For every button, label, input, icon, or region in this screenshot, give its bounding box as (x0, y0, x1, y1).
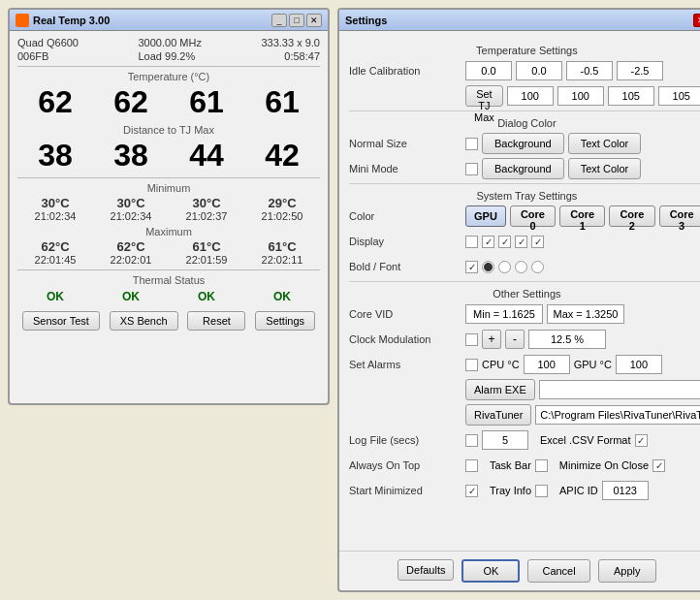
tj-input-1[interactable] (557, 86, 604, 106)
tj-input-0[interactable] (507, 86, 554, 106)
idle-input-2[interactable] (566, 61, 613, 80)
set-alarms-label: Set Alarms (349, 359, 465, 370)
core-vid-max-input[interactable] (547, 304, 624, 324)
normal-text-btn[interactable]: Text Color (568, 133, 642, 154)
sensor-test-button[interactable]: Sensor Test (22, 311, 100, 331)
always-top-checkbox[interactable] (465, 459, 478, 472)
dist-3: 42 (248, 138, 316, 174)
xs-bench-button[interactable]: XS Bench (110, 311, 178, 331)
tj-input-3[interactable] (658, 86, 700, 106)
system-tray-header: System Tray Settings (349, 190, 700, 202)
settings-titlebar: Settings ✕ (339, 10, 700, 31)
rivatuner-path[interactable] (535, 405, 700, 425)
clock-mod-row: Clock Modulation + - (349, 329, 700, 350)
reset-button[interactable]: Reset (187, 311, 245, 331)
set-alarms-checkbox[interactable] (465, 359, 478, 371)
start-min-row: Start Minimized Tray Info APIC ID (349, 480, 700, 501)
excel-checkbox[interactable] (635, 434, 648, 447)
display-label: Display (349, 236, 465, 247)
mini-mode-checkbox[interactable] (465, 163, 478, 175)
core-vid-label: Core VID (349, 308, 465, 320)
temperatures: 62 62 61 61 (17, 84, 320, 120)
left-content: Quad Q6600 3000.00 MHz 333.33 x 9.0 006F… (10, 31, 328, 336)
max-cell-1: 62°C 22:02:01 (95, 239, 168, 266)
min-val-3: 29°C (246, 196, 319, 210)
display-checkbox-0[interactable] (482, 236, 494, 248)
radio-bold-0[interactable] (482, 261, 494, 273)
distances: 38 38 44 42 (17, 138, 320, 174)
core-vid-min-input[interactable] (465, 304, 543, 324)
set-alarms-row: Set Alarms CPU °C GPU °C (349, 354, 700, 375)
cpu-label: Quad Q6600 (17, 37, 79, 48)
clock-plus-btn[interactable]: + (482, 330, 501, 349)
apic-input[interactable] (602, 481, 649, 500)
alarm-exe-path[interactable] (539, 380, 700, 399)
core-0-btn[interactable]: Core 0 (510, 205, 556, 227)
close-btn[interactable]: ✕ (306, 14, 322, 27)
gpu-btn[interactable]: GPU (465, 205, 506, 227)
settings-panel: Settings ✕ Temperature Settings Idle Cal… (337, 8, 700, 592)
maximize-btn[interactable]: □ (289, 14, 304, 27)
clock-minus-btn[interactable]: - (505, 330, 525, 349)
cancel-btn[interactable]: Cancel (527, 559, 589, 583)
minimize-btn[interactable]: _ (271, 14, 287, 27)
taskbar-checkbox[interactable] (535, 459, 548, 472)
idle-input-1[interactable] (516, 61, 562, 80)
cpu-alarm-input[interactable] (524, 355, 570, 374)
log-val-input[interactable] (482, 430, 528, 450)
settings-button[interactable]: Settings (255, 311, 315, 331)
display-checkbox-1[interactable] (498, 236, 511, 248)
tj-input-2[interactable] (608, 86, 654, 106)
load-label: Load 99.2% (139, 50, 196, 62)
idle-input-3[interactable] (617, 61, 663, 80)
normal-bg-btn[interactable]: Background (482, 133, 564, 154)
min-cell-1: 30°C 21:02:34 (95, 196, 168, 222)
tj-content: Set TJ Max (465, 85, 700, 107)
always-top-content: Task Bar Minimize On Close (465, 459, 700, 472)
rivatuner-btn[interactable]: RivaTuner (465, 404, 531, 426)
radio-bold-3[interactable] (531, 261, 544, 273)
log-file-checkbox[interactable] (465, 434, 478, 447)
apic-label: APIC ID (559, 485, 598, 496)
max-val-1: 62°C (95, 239, 168, 254)
idle-input-0[interactable] (465, 61, 512, 80)
mini-bg-btn[interactable]: Background (482, 158, 564, 179)
log-file-content: Excel .CSV Format (465, 430, 700, 450)
radio-bold-2[interactable] (515, 261, 527, 273)
status-1: OK (95, 290, 168, 303)
always-top-row: Always On Top Task Bar Minimize On Close (349, 455, 700, 476)
display-content (465, 236, 700, 248)
defaults-btn[interactable]: Defaults (398, 559, 454, 581)
display-checkbox-gpu[interactable] (465, 236, 478, 248)
ok-btn[interactable]: OK (461, 559, 520, 583)
apply-btn[interactable]: Apply (598, 559, 656, 583)
dist-0: 38 (21, 138, 89, 174)
min-close-checkbox[interactable] (652, 459, 665, 472)
alarm-exe-btn[interactable]: Alarm EXE (465, 379, 535, 400)
time-label: 0:58:47 (284, 50, 320, 62)
display-row: Display (349, 231, 700, 252)
tray-info-checkbox[interactable] (535, 485, 548, 497)
core-1-btn[interactable]: Core 1 (559, 205, 605, 227)
min-close-label: Minimize On Close (559, 459, 649, 471)
temp-header: Temperature (°C) (17, 71, 320, 82)
set-tj-max-btn[interactable]: Set TJ Max (465, 85, 503, 107)
display-checkbox-3[interactable] (531, 236, 544, 248)
start-min-checkbox[interactable] (465, 485, 478, 497)
normal-size-checkbox[interactable] (465, 138, 478, 150)
alarm-exe-content: Alarm EXE (465, 379, 700, 400)
settings-close-btn[interactable]: ✕ (693, 14, 700, 27)
idle-calibration-row: Idle Calibration (349, 60, 700, 81)
clock-mod-input[interactable] (528, 330, 606, 349)
core-3-btn[interactable]: Core 3 (659, 205, 700, 227)
mini-mode-row: Mini Mode Background Text Color (349, 158, 700, 179)
bold-font-checkbox[interactable] (465, 261, 478, 273)
status-0: OK (19, 290, 92, 303)
display-checkbox-2[interactable] (515, 236, 527, 248)
radio-bold-1[interactable] (498, 261, 511, 273)
gpu-alarm-input[interactable] (616, 355, 662, 374)
mini-text-btn[interactable]: Text Color (568, 158, 642, 179)
clock-mod-checkbox[interactable] (465, 333, 478, 346)
temp-0: 62 (21, 84, 89, 120)
core-2-btn[interactable]: Core 2 (609, 205, 654, 227)
